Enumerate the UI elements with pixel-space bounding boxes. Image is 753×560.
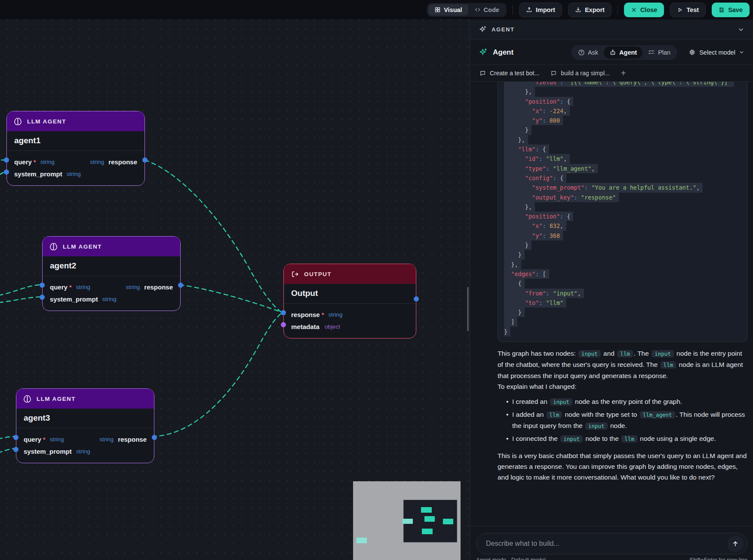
chat-tab-build-rag[interactable]: build a rag simpl... — [550, 70, 610, 77]
export-button[interactable]: Export — [568, 3, 612, 17]
import-button[interactable]: Import — [519, 3, 562, 17]
code-line: "system_prompt": "You are a helpful assi… — [498, 183, 747, 192]
code-line: "from": "input", — [498, 289, 747, 298]
node-ports: query*stringstringresponsesystem_prompts… — [43, 276, 180, 311]
output-node[interactable]: OUTPUT Output response*stringmetadataobj… — [283, 264, 416, 338]
output-port[interactable] — [414, 296, 419, 302]
node-header: OUTPUT — [284, 264, 416, 284]
output-port-response[interactable] — [152, 435, 157, 440]
inline-code: input — [585, 422, 608, 430]
port-name: system_prompt — [50, 295, 98, 303]
required-asterisk: * — [69, 283, 72, 291]
input-port-metadata[interactable] — [281, 322, 286, 327]
import-icon — [526, 6, 532, 13]
input-port-system-prompt[interactable] — [13, 447, 18, 452]
output-port-row: stringresponse — [99, 436, 147, 443]
robot-icon — [609, 49, 616, 56]
node-type-label: OUTPUT — [304, 271, 332, 277]
code-line: } — [498, 240, 747, 250]
arrow-up-icon — [731, 540, 739, 548]
port-name: system_prompt — [24, 448, 72, 455]
chat-input-area — [470, 526, 753, 560]
port-name: system_prompt — [14, 170, 62, 178]
import-label: Import — [536, 6, 555, 13]
chevron-down-icon[interactable] — [738, 26, 744, 33]
save-button[interactable]: Save — [712, 3, 750, 17]
close-label: Close — [640, 6, 658, 13]
checklist-icon — [648, 49, 655, 56]
input-port-response[interactable] — [281, 310, 286, 315]
port-name: response — [118, 436, 147, 443]
brain-icon — [23, 395, 31, 403]
mode-agent-label: Agent — [619, 49, 637, 56]
code-line: ] — [498, 317, 747, 326]
port-row: query*stringstringresponse — [14, 156, 137, 168]
code-line: } — [498, 327, 747, 336]
chevron-down-icon — [739, 49, 744, 55]
port-type: string — [50, 436, 64, 443]
required-asterisk: * — [34, 158, 36, 166]
mode-switcher: Ask Agent Plan — [571, 45, 677, 60]
inline-code: llm — [547, 411, 562, 418]
chat-tab-create-test-bot[interactable]: Create a test bot... — [479, 70, 539, 77]
code-line: "to": "llm" — [498, 298, 747, 308]
input-port-query[interactable] — [4, 157, 9, 163]
port-row: system_promptstring — [24, 445, 147, 457]
port-type: string — [102, 296, 117, 302]
code-line: "fields": "[{\"name\": \"query\", \"type… — [498, 82, 747, 87]
mode-ask[interactable]: Ask — [572, 46, 604, 58]
node-ports: query*stringstringresponsesystem_prompts… — [16, 428, 154, 463]
node-header: LLM AGENT — [43, 237, 180, 256]
panel-scrollbar[interactable] — [467, 287, 469, 331]
input-port-system-prompt[interactable] — [4, 169, 9, 175]
agent-sparkle-icon — [479, 48, 488, 57]
input-port-system-prompt[interactable] — [40, 295, 45, 300]
port-row: system_promptstring — [14, 168, 137, 180]
inline-code: llm — [661, 361, 676, 369]
agent-title: Agent — [493, 48, 513, 57]
chat-messages[interactable]: "fields": "[{\"name\": \"query\", \"type… — [470, 82, 753, 526]
test-label: Test — [686, 6, 699, 13]
chip-icon — [688, 49, 696, 56]
mode-plan-label: Plan — [658, 49, 670, 56]
input-port-query[interactable] — [13, 435, 18, 440]
code-line: "type": "llm_agent", — [498, 164, 747, 173]
node-ports: response*stringmetadataobject — [284, 304, 416, 338]
llm-agent-node-agent1[interactable]: LLM AGENT agent1 query*stringstringrespo… — [6, 111, 145, 186]
new-chat-button[interactable]: + — [621, 68, 626, 78]
toolbar-separator — [513, 5, 513, 15]
minimap[interactable] — [353, 481, 461, 560]
output-port-response[interactable] — [142, 157, 148, 163]
code-line: } — [498, 125, 747, 135]
mode-agent[interactable]: Agent — [604, 46, 642, 58]
edge-stub-agent2-system — [0, 297, 41, 303]
port-name: metadata — [291, 323, 320, 330]
chat-bubble-icon — [479, 70, 486, 77]
agent-panel: AGENT Agent Ask Agent Plan Select model — [470, 19, 753, 560]
send-button[interactable] — [727, 535, 744, 552]
inline-code: input — [550, 398, 572, 406]
output-port-response[interactable] — [178, 283, 183, 288]
brain-icon — [14, 117, 22, 126]
node-header: LLM AGENT — [7, 111, 144, 131]
llm-agent-node-agent2[interactable]: LLM AGENT agent2 query*stringstringrespo… — [42, 236, 181, 311]
workflow-canvas[interactable]: LLM AGENT agent1 query*stringstringrespo… — [0, 19, 470, 560]
agent-panel-header[interactable]: AGENT — [470, 19, 753, 40]
close-button[interactable]: Close — [624, 3, 664, 17]
select-model-button[interactable]: Select model — [688, 49, 744, 56]
code-line: "position": { — [498, 212, 747, 221]
code-line: "edges": [ — [498, 269, 747, 279]
test-button[interactable]: Test — [670, 3, 706, 17]
grid-icon — [434, 6, 441, 13]
code-mode-button[interactable]: Code — [468, 4, 505, 15]
minimap-node — [403, 519, 413, 524]
chat-input[interactable] — [476, 533, 747, 554]
input-port-query[interactable] — [40, 283, 45, 288]
edge-stub-agent3-query — [0, 437, 14, 440]
visual-mode-button[interactable]: Visual — [428, 4, 468, 15]
help-icon — [578, 49, 585, 56]
edge-stub-agent2-query — [0, 285, 41, 296]
llm-agent-node-agent3[interactable]: LLM AGENT agent3 query*stringstringrespo… — [16, 388, 154, 463]
port-type: object — [325, 323, 340, 330]
mode-plan[interactable]: Plan — [642, 46, 676, 58]
